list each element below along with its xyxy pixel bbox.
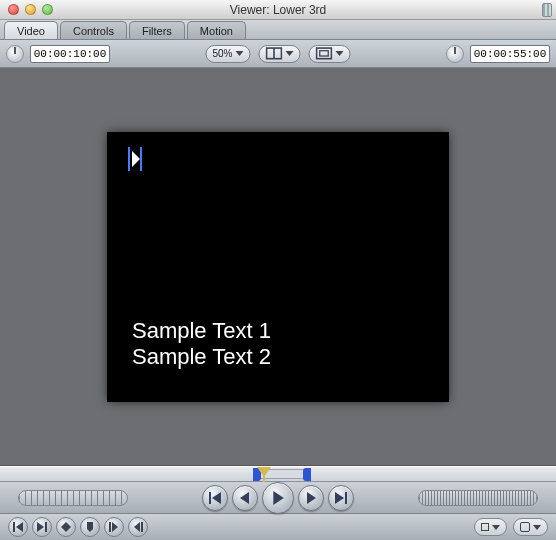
overlay-icon bbox=[316, 47, 333, 60]
playhead[interactable] bbox=[257, 467, 271, 482]
svg-rect-4 bbox=[209, 492, 211, 504]
next-edit-icon bbox=[37, 522, 47, 532]
play-forward-button[interactable] bbox=[298, 485, 324, 511]
viewer-tabbar: Video Controls Filters Motion bbox=[0, 20, 556, 40]
svg-marker-6 bbox=[240, 492, 249, 504]
toolbar-right-group: 00:00:55:00 bbox=[446, 45, 550, 63]
go-to-in-icon bbox=[209, 492, 221, 504]
bottom-toolbar bbox=[0, 514, 556, 540]
bottom-right-group bbox=[474, 518, 548, 536]
chevron-down-icon bbox=[533, 525, 541, 530]
svg-marker-9 bbox=[335, 492, 344, 504]
current-timecode-icon[interactable] bbox=[6, 45, 24, 63]
svg-rect-3 bbox=[320, 51, 329, 56]
play-forward-icon bbox=[305, 492, 317, 504]
mark-out-icon bbox=[133, 522, 143, 532]
svg-rect-2 bbox=[317, 48, 332, 59]
video-frame[interactable]: Sample Text 1 Sample Text 2 bbox=[108, 133, 448, 401]
tab-filters[interactable]: Filters bbox=[129, 21, 185, 39]
scrubber-ruler[interactable] bbox=[0, 466, 556, 482]
tab-motion[interactable]: Motion bbox=[187, 21, 246, 39]
next-edit-button[interactable] bbox=[32, 517, 52, 537]
svg-marker-18 bbox=[134, 522, 140, 532]
toolbar-center-group: 50% bbox=[205, 45, 350, 63]
tab-video[interactable]: Video bbox=[4, 21, 58, 39]
prev-edit-icon bbox=[13, 522, 23, 532]
recent-clips-menu[interactable] bbox=[474, 518, 507, 536]
play-reverse-button[interactable] bbox=[232, 485, 258, 511]
current-timecode-field[interactable]: 00:00:10:00 bbox=[30, 45, 110, 63]
clip-stack-icon bbox=[481, 523, 489, 531]
play-reverse-icon bbox=[239, 492, 251, 504]
text-line-2[interactable]: Sample Text 2 bbox=[132, 344, 271, 370]
chevron-down-icon bbox=[336, 51, 344, 56]
mark-in-button[interactable] bbox=[104, 517, 124, 537]
out-point-marker[interactable] bbox=[303, 468, 311, 481]
jog-control[interactable] bbox=[18, 490, 128, 506]
overlay-menu[interactable] bbox=[309, 45, 351, 63]
play-icon bbox=[271, 491, 285, 505]
svg-marker-8 bbox=[307, 492, 316, 504]
add-marker-button[interactable] bbox=[80, 517, 100, 537]
tab-controls[interactable]: Controls bbox=[60, 21, 127, 39]
mark-in-icon bbox=[109, 522, 119, 532]
add-keyframe-button[interactable] bbox=[56, 517, 76, 537]
svg-marker-13 bbox=[37, 522, 44, 532]
svg-rect-11 bbox=[13, 522, 15, 532]
prev-edit-button[interactable] bbox=[8, 517, 28, 537]
go-to-out-button[interactable] bbox=[328, 485, 354, 511]
svg-marker-17 bbox=[112, 522, 118, 532]
chevron-down-icon bbox=[492, 525, 500, 530]
play-button[interactable] bbox=[262, 482, 294, 514]
mark-out-button[interactable] bbox=[128, 517, 148, 537]
svg-marker-7 bbox=[273, 491, 284, 505]
zoom-menu[interactable]: 50% bbox=[205, 45, 250, 63]
svg-marker-15 bbox=[61, 522, 71, 532]
transport-buttons bbox=[202, 482, 354, 514]
go-to-out-icon bbox=[335, 492, 347, 504]
svg-marker-12 bbox=[16, 522, 23, 532]
window-title: Viewer: Lower 3rd bbox=[0, 3, 556, 17]
view-mode-menu[interactable] bbox=[259, 45, 301, 63]
generator-icon bbox=[520, 522, 530, 532]
svg-rect-14 bbox=[45, 522, 47, 532]
go-to-in-button[interactable] bbox=[202, 485, 228, 511]
duration-timecode-field[interactable]: 00:00:55:00 bbox=[470, 45, 550, 63]
chevron-down-icon bbox=[236, 51, 244, 56]
transport-bar bbox=[0, 482, 556, 514]
zoom-value: 50% bbox=[212, 48, 232, 59]
view-layout-icon bbox=[266, 47, 283, 60]
text-line-1[interactable]: Sample Text 1 bbox=[132, 318, 271, 344]
marker-icon bbox=[85, 522, 95, 532]
keyframe-icon bbox=[61, 522, 71, 532]
duration-timecode-icon[interactable] bbox=[446, 45, 464, 63]
generator-menu[interactable] bbox=[513, 518, 548, 536]
svg-rect-16 bbox=[109, 522, 111, 532]
svg-rect-19 bbox=[141, 522, 143, 532]
svg-marker-5 bbox=[212, 492, 221, 504]
svg-rect-10 bbox=[345, 492, 347, 504]
window-titlebar: Viewer: Lower 3rd bbox=[0, 0, 556, 20]
window-proxy-icon[interactable] bbox=[542, 3, 552, 17]
chevron-down-icon bbox=[286, 51, 294, 56]
viewer-canvas-area: Sample Text 1 Sample Text 2 bbox=[0, 68, 556, 466]
lower-third-text: Sample Text 1 Sample Text 2 bbox=[132, 318, 271, 371]
shuttle-control[interactable] bbox=[418, 490, 538, 506]
text-origin-handle[interactable] bbox=[128, 147, 142, 171]
viewer-toolbar: 00:00:10:00 50% 00:00:55:00 bbox=[0, 40, 556, 68]
